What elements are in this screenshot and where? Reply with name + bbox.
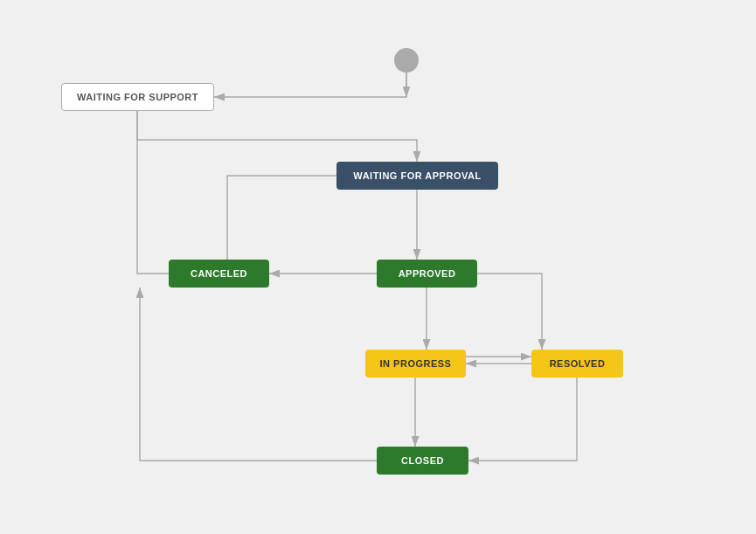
node-approved[interactable]: APPROVED [377,260,477,288]
node-approved-label: APPROVED [399,268,456,279]
start-node [394,48,419,73]
diagram-container: WAITING FOR SUPPORT WAITING FOR APPROVAL… [0,0,756,534]
node-in-progress-label: IN PROGRESS [380,358,452,369]
node-canceled[interactable]: CANCELED [169,260,269,288]
node-waiting-support-label: WAITING FOR SUPPORT [77,92,198,102]
node-closed[interactable]: CLOSED [377,447,468,475]
node-waiting-approval[interactable]: WAITING FOR APPROVAL [336,162,498,190]
node-closed-label: CLOSED [401,455,444,466]
node-in-progress[interactable]: IN PROGRESS [365,350,466,378]
node-resolved-label: RESOLVED [550,358,606,369]
node-resolved[interactable]: RESOLVED [531,350,623,378]
node-canceled-label: CANCELED [191,268,247,279]
node-waiting-support[interactable]: WAITING FOR SUPPORT [61,83,214,111]
node-waiting-approval-label: WAITING FOR APPROVAL [353,170,481,181]
